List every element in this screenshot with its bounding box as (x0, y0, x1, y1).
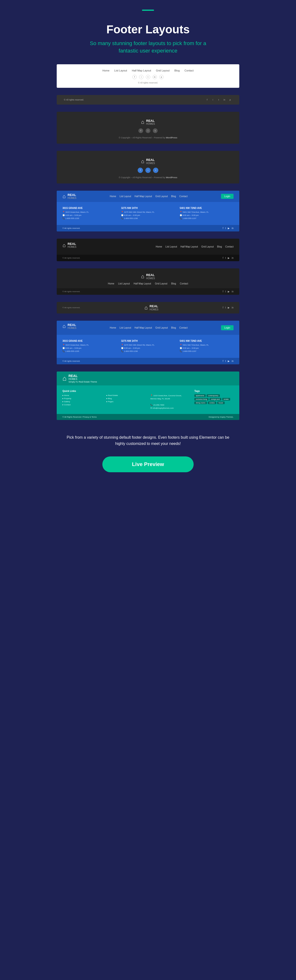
youtube-icon-9[interactable]: ▶ (228, 360, 230, 363)
youtube-icon-8[interactable]: ▶ (228, 306, 230, 309)
nav-blog-5[interactable]: Blog (171, 195, 176, 197)
social-row-2: f i t in p (205, 98, 232, 102)
logo-8: ⌂ REALHOMES (144, 304, 158, 311)
linkedin-icon-7[interactable]: in (232, 290, 234, 293)
nav-home-5[interactable]: Home (110, 195, 116, 197)
footer-preview-10: ⌂ REALHOMES Simply #1 Real Estate Theme … (57, 372, 239, 420)
page-title: Footer Layouts (88, 23, 208, 36)
twitter-icon-6[interactable]: t (225, 257, 226, 259)
linkedin-icon-2[interactable]: in (222, 98, 226, 102)
nav-blog-9[interactable]: Blog (171, 326, 176, 329)
nav-blog-7[interactable]: Blog (171, 282, 176, 285)
facebook-icon-8[interactable]: f (223, 306, 224, 309)
tag-house[interactable]: house (217, 401, 225, 404)
linkedin-icon[interactable]: in (152, 75, 157, 79)
tag-orange-pool[interactable]: orange pool (210, 398, 221, 401)
nav-halfmap-7[interactable]: Half Map Layout (134, 282, 151, 285)
nav-list-1[interactable]: List Layout (114, 69, 127, 72)
tag-contemporary[interactable]: contemporary (206, 394, 220, 397)
nav-grid-7[interactable]: Grid Layout (155, 282, 168, 285)
copyright-7: © All rights reserved. (62, 290, 80, 293)
facebook-icon-6[interactable]: f (223, 257, 224, 259)
nav-halfmap-5[interactable]: Half Map Layout (134, 195, 152, 197)
youtube-icon-7[interactable]: ▶ (228, 290, 230, 293)
linkedin-icon-8[interactable]: in (232, 306, 234, 309)
facebook-icon-4[interactable]: f (138, 168, 143, 173)
twitter-icon-9[interactable]: t (225, 360, 226, 363)
live-preview-button[interactable]: Live Preview (102, 457, 194, 472)
instagram-icon-4[interactable]: i (146, 168, 150, 173)
nav-grid-5[interactable]: Grid Layout (155, 195, 168, 197)
twitter-icon-3[interactable]: t (153, 128, 158, 133)
twitter-icon-7[interactable]: t (225, 290, 226, 293)
nav-grid-9[interactable]: Grid Layout (155, 326, 168, 329)
nav-home-6[interactable]: Home (156, 245, 162, 248)
copyright-3: © Copyright – All Rights Reserved – Powe… (66, 137, 230, 139)
twitter-icon-4[interactable]: t (153, 168, 158, 173)
youtube-icon-5[interactable]: ▶ (228, 227, 230, 229)
tag-apartments[interactable]: apartments (194, 394, 206, 397)
instagram-icon[interactable]: i (139, 75, 144, 79)
tag-rentals[interactable]: rentals (222, 398, 230, 401)
nav-row-7: Home List Layout Half Map Layout Grid La… (62, 282, 234, 285)
logo-text-5: REALHOMES (67, 193, 77, 200)
nav-home-1[interactable]: Home (102, 69, 109, 72)
twitter-icon[interactable]: t (146, 75, 150, 79)
nav-list-6[interactable]: List Layout (166, 245, 177, 248)
link-blog: Blog (106, 398, 146, 399)
nav-grid-6[interactable]: Grid Layout (202, 245, 214, 248)
nav-row-1: Home List Layout Half Map Layout Grid La… (66, 69, 230, 72)
link-contact: Contact (62, 404, 102, 406)
nav-list-7[interactable]: List Layout (118, 282, 130, 285)
instagram-icon-2[interactable]: i (211, 98, 215, 102)
facebook-icon-9[interactable]: f (223, 360, 224, 363)
tag-dining[interactable]: dining rooms (194, 401, 207, 404)
bottom-bar-6: © All rights reserved. f t ▶ in (57, 255, 239, 261)
nav-contact-7[interactable]: Contact (180, 282, 188, 285)
facebook-icon-3[interactable]: f (138, 128, 143, 133)
twitter-icon-8[interactable]: t (225, 306, 226, 309)
footer-preview-6: ⌂ REALHOMES Home List Layout Half Map La… (57, 239, 239, 261)
social-row-4: f i t (66, 168, 230, 173)
bottom-bar-7: © All rights reserved. f t ▶ in (57, 288, 239, 295)
logo-4: ⌂ REALHOMES (66, 158, 230, 165)
login-button-5[interactable]: Login (221, 194, 234, 199)
facebook-icon-7[interactable]: f (223, 290, 224, 293)
instagram-icon-3[interactable]: i (146, 128, 150, 133)
login-button-9[interactable]: Login (221, 325, 234, 330)
nav-contact-9[interactable]: Contact (179, 326, 187, 329)
nav-list-5[interactable]: List Layout (119, 195, 131, 197)
nav-row-6: Home List Layout Half Map Layout Grid La… (156, 245, 234, 248)
social-row-6: f t ▶ in (223, 257, 234, 259)
nav-list-9[interactable]: List Layout (119, 326, 131, 329)
linkedin-icon-9[interactable]: in (232, 360, 234, 363)
tag-condos[interactable]: condos (208, 401, 216, 404)
nav-home-9[interactable]: Home (110, 326, 116, 329)
nav-contact-6[interactable]: Contact (226, 245, 234, 248)
nav-contact-5[interactable]: Contact (179, 195, 187, 197)
twitter-icon-2[interactable]: t (217, 98, 221, 102)
facebook-icon[interactable]: f (133, 75, 137, 79)
nav-home-7[interactable]: Home (108, 282, 114, 285)
nav-blog-6[interactable]: Blog (217, 245, 222, 248)
nav-halfmap-9[interactable]: Half Map Layout (134, 326, 152, 329)
facebook-icon-2[interactable]: f (205, 98, 209, 102)
linkedin-icon-5[interactable]: in (232, 227, 234, 229)
pinterest-icon-2[interactable]: p (228, 98, 232, 102)
social-row-3: f i t (66, 128, 230, 133)
nav-grid-1[interactable]: Grid Layout (156, 69, 170, 72)
quick-links-col: Quick Links Home Property Gallery Contac… (62, 390, 102, 410)
youtube-icon-6[interactable]: ▶ (228, 257, 230, 259)
copyright-10: © All Rights Reserved / Privacy & Terms (62, 416, 97, 418)
logo-text-9: REALHOMES (67, 323, 77, 330)
nav-halfmap-1[interactable]: Half Map Layout (132, 69, 151, 72)
facebook-icon-5[interactable]: f (223, 227, 224, 229)
linkedin-icon-6[interactable]: in (232, 257, 234, 259)
twitter-icon-5[interactable]: t (225, 227, 226, 229)
nav-blog-1[interactable]: Blog (174, 69, 180, 72)
nav-contact-1[interactable]: Contact (184, 69, 194, 72)
logo-6: ⌂ REALHOMES (62, 242, 77, 249)
pinterest-icon[interactable]: p (159, 75, 163, 79)
nav-halfmap-6[interactable]: Half Map Layout (181, 245, 198, 248)
tag-exclusive[interactable]: exclusive living (194, 398, 208, 401)
